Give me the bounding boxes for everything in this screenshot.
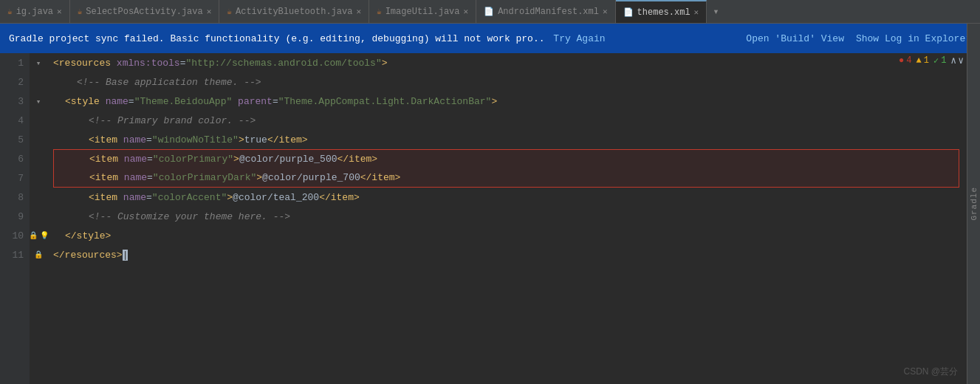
- notification-message: Gradle project sync failed. Basic functi…: [9, 33, 545, 44]
- line-num-1: 1: [0, 53, 24, 72]
- warning-count: 1: [924, 55, 929, 66]
- try-again-link[interactable]: Try Again: [553, 33, 605, 44]
- tab-close-icon[interactable]: ✕: [464, 7, 469, 16]
- java-file-icon: ☕: [227, 7, 232, 16]
- code-line-7: <item name="colorPrimaryDark">@color/pur…: [53, 168, 959, 188]
- tab-close-icon[interactable]: ✕: [603, 7, 608, 16]
- gutter-line-2: [30, 72, 47, 92]
- code-line-5: <item name="windowNoTitle">true</item>: [53, 130, 959, 149]
- open-build-view-button[interactable]: Open 'Build' View: [746, 33, 844, 44]
- tab-androidmanifest-xml[interactable]: 📄 AndroidManifest.xml ✕: [476, 0, 615, 23]
- ok-badge: ✓ 1: [933, 55, 946, 66]
- error-icon: ●: [899, 55, 904, 66]
- code-content-10: </style>: [65, 230, 111, 241]
- left-gutter: ▾ ▾ 🔒 💡 🔒: [30, 53, 47, 384]
- line-num-5: 5: [0, 130, 24, 149]
- code-line-2: <!-- Base application theme. -->: [53, 72, 959, 92]
- warning-icon: ▲: [916, 55, 922, 66]
- error-count: 4: [906, 55, 911, 66]
- gutter-line-11: 🔒: [30, 245, 47, 264]
- tab-close-icon[interactable]: ✕: [207, 7, 212, 16]
- code-content-2: <!-- Base application theme. -->: [77, 77, 261, 88]
- watermark: CSDN @芸分: [903, 366, 958, 378]
- java-file-icon: ☕: [377, 7, 382, 16]
- tab-themes-xml[interactable]: 📄 themes.xml ✕: [616, 0, 707, 23]
- java-file-icon: ☕: [7, 7, 13, 16]
- code-line-6: <item name="colorPrimary">@color/purple_…: [53, 149, 959, 168]
- code-content-7: <item name="colorPrimaryDark">@color/pur…: [89, 172, 400, 183]
- tab-imageutil-java[interactable]: ☕ ImageUtil.java ✕: [369, 0, 476, 23]
- code-line-11: </resources>|: [53, 245, 959, 264]
- code-content-11: </resources>|: [53, 250, 128, 261]
- gutter-line-9: [30, 207, 47, 226]
- error-count-bar: ● 4 ▲ 1 ✓ 1 ∧ ∨: [899, 55, 964, 66]
- lock-icon-11: 🔒: [34, 250, 43, 259]
- warning-badge: ▲ 1: [916, 55, 929, 66]
- line-num-7: 7: [0, 168, 24, 188]
- tab-label: ActivityBluetooth.java: [236, 7, 352, 17]
- collapse-icon-1[interactable]: ▾: [36, 58, 41, 68]
- line-num-4: 4: [0, 111, 24, 130]
- editor-area: ● 4 ▲ 1 ✓ 1 ∧ ∨ 1 2 3 4 5 6 7 8 9 10 11 …: [0, 53, 980, 384]
- gutter-line-3: ▾: [30, 92, 47, 111]
- line-num-9: 9: [0, 207, 24, 226]
- gradle-label: Gradle: [970, 187, 979, 221]
- nav-arrows: ∧ ∨: [950, 55, 964, 66]
- tab-selectpos-java[interactable]: ☕ SelectPosActivity.java ✕: [70, 0, 220, 23]
- line-num-2: 2: [0, 72, 24, 92]
- lock-icon-10: 🔒: [29, 231, 38, 240]
- java-file-icon: ☕: [78, 7, 83, 16]
- gutter-line-8: [30, 188, 47, 207]
- tab-label: themes.xml: [637, 7, 691, 18]
- code-line-1: <resources xmlns:tools="http://schemas.a…: [53, 53, 959, 72]
- line-num-10: 10: [0, 226, 24, 245]
- code-line-8: <item name="colorAccent">@color/teal_200…: [53, 188, 959, 207]
- tab-label: SelectPosActivity.java: [86, 7, 202, 17]
- line-num-6: 6: [0, 149, 24, 168]
- gutter-line-7: [30, 168, 47, 188]
- nav-up-arrow[interactable]: ∧: [950, 55, 956, 66]
- tab-bar: ☕ ig.java ✕ ☕ SelectPosActivity.java ✕ ☕…: [0, 0, 980, 24]
- tab-label: ig.java: [16, 7, 53, 17]
- code-line-4: <!-- Primary brand color. -->: [53, 111, 959, 130]
- tab-close-icon[interactable]: ✕: [694, 7, 699, 17]
- code-content-9: <!-- Customize your theme here. -->: [89, 211, 290, 222]
- line-num-11: 11: [0, 245, 24, 264]
- tab-label: AndroidManifest.xml: [498, 7, 599, 17]
- collapse-icon-3[interactable]: ▾: [36, 97, 41, 106]
- code-content-5: <item name="windowNoTitle">true</item>: [89, 134, 308, 145]
- code-content-4: <!-- Primary brand color. -->: [89, 115, 256, 126]
- tab-close-icon[interactable]: ✕: [356, 7, 361, 16]
- line-num-8: 8: [0, 188, 24, 207]
- code-content-3: <style name="Theme.BeidouApp" parent="Th…: [65, 96, 497, 107]
- line-numbers-gutter: 1 2 3 4 5 6 7 8 9 10 11: [0, 53, 30, 384]
- show-log-in-explorer-button[interactable]: Show Log in Explorer: [856, 33, 971, 44]
- xml-file-icon: 📄: [623, 7, 634, 17]
- tab-label: ImageUtil.java: [386, 7, 460, 17]
- notification-text: Gradle project sync failed. Basic functi…: [9, 33, 734, 44]
- code-line-9: <!-- Customize your theme here. -->: [53, 207, 959, 226]
- tab-overflow-button[interactable]: ▾: [707, 0, 724, 23]
- tab-activitybluetooth-java[interactable]: ☕ ActivityBluetooth.java ✕: [219, 0, 369, 23]
- tab-ig-java[interactable]: ☕ ig.java ✕: [0, 0, 70, 23]
- gradle-sidebar[interactable]: Gradle: [967, 24, 980, 384]
- nav-down-arrow[interactable]: ∨: [958, 55, 964, 66]
- code-line-10: </style>: [53, 226, 959, 245]
- gutter-line-1: ▾: [30, 53, 47, 72]
- line-num-3: 3: [0, 92, 24, 111]
- ok-icon: ✓: [933, 55, 939, 66]
- code-editor[interactable]: <resources xmlns:tools="http://schemas.a…: [47, 53, 959, 384]
- code-content-1: <resources xmlns:tools="http://schemas.a…: [53, 58, 388, 69]
- gutter-line-5: [30, 130, 47, 149]
- tab-close-icon[interactable]: ✕: [57, 7, 62, 16]
- manifest-file-icon: 📄: [484, 7, 494, 16]
- code-line-3: <style name="Theme.BeidouApp" parent="Th…: [53, 92, 959, 111]
- gutter-line-10: 🔒 💡: [30, 226, 47, 245]
- notification-bar: Gradle project sync failed. Basic functi…: [0, 24, 980, 53]
- gutter-line-4: [30, 111, 47, 130]
- code-content-8: <item name="colorAccent">@color/teal_200…: [89, 192, 360, 203]
- gutter-line-6: [30, 149, 47, 168]
- error-badge: ● 4: [899, 55, 911, 66]
- ok-count: 1: [941, 55, 946, 66]
- code-content-6: <item name="colorPrimary">@color/purple_…: [89, 154, 377, 165]
